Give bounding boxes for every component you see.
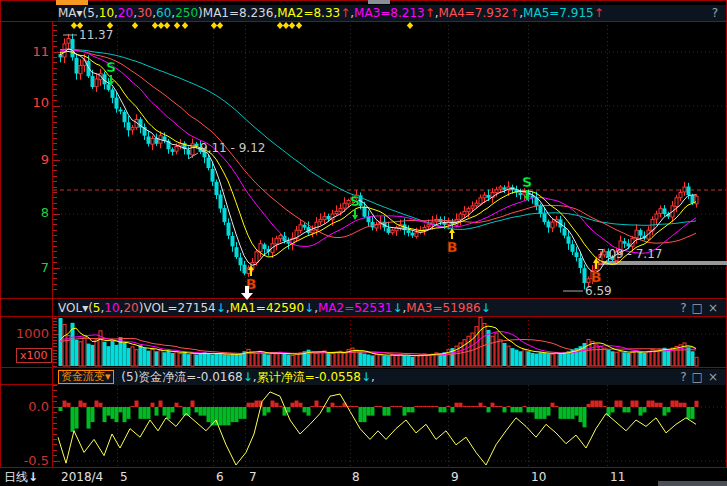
fundflow-header-corner: ?□× [677,369,720,385]
month-label: 6 [216,468,224,486]
y-axis-label: 11 [0,46,49,58]
fundflow-indicator-bar[interactable]: 资金流变▾ (5) 资金净流=-0.0168 ↓ ,累计净流=-0.0558 ↓… [58,369,726,385]
vol-header-corner: ?□× [677,300,720,316]
sb-markers: SSSBBB [106,59,601,292]
sell-marker: S [350,193,360,209]
scrollbar-fragment[interactable] [658,481,727,486]
ma-line [60,51,696,264]
header-token: MA5=7.915 [523,5,594,21]
header-token: MA3=8.213 [354,5,425,21]
ma-header-corner: ? [709,5,720,21]
header-token: VOL=27154 [143,300,215,316]
close-icon[interactable]: × [708,369,720,385]
header-token: ↓ [481,300,491,316]
header-token: 250 [175,5,198,21]
header-token: , [371,369,375,385]
help-icon[interactable]: ? [680,300,688,316]
svg-text:9.11 - 9.12: 9.11 - 9.12 [200,141,265,155]
help-icon[interactable]: ? [712,5,720,21]
header-token: ↓ [392,300,402,316]
fundflow-bars [59,401,699,432]
header-token: 资金净流=-0.0168 [138,369,242,385]
top-tab-orange[interactable] [56,0,88,5]
month-label: 10 [531,468,546,486]
chart-canvas[interactable]: SSSBBB11.379.11 - 9.127.09 - 7.176.59 [0,0,727,486]
sell-marker: S [106,59,116,75]
period-label: 日线 [4,470,28,484]
y-axis-label: 1000 [0,328,49,340]
header-token: 累计净流=-0.0558 [257,369,361,385]
header-token: 20 [118,5,133,21]
header-token: ↑ [425,5,435,21]
header-token: ↓ [216,300,226,316]
header-token: MA4=7.932 [439,5,510,21]
fundflow-dropdown[interactable]: 资金流变▾ [58,370,114,384]
header-token: 10 [104,300,119,316]
trading-app-window: SSSBBB11.379.11 - 9.127.09 - 7.176.59 MA… [0,0,727,486]
header-token: ↓ [243,369,253,385]
ma-line [60,49,696,273]
month-label: 9 [451,468,459,486]
svg-text:6.59: 6.59 [585,284,612,298]
svg-text:7.09 - 7.17: 7.09 - 7.17 [597,247,662,261]
month-label: 7 [249,468,257,486]
header-token[interactable]: VOL▾ [58,300,88,316]
help-icon[interactable]: ? [680,369,688,385]
fundflow-header-segments: (5) 资金净流=-0.0168 ↓ ,累计净流=-0.0558 ↓ , [121,369,375,385]
header-token: 60 [156,5,171,21]
header-token: ↓ [361,369,371,385]
header-token: MA1=8.236 [203,5,274,21]
month-label: 2018/4 [61,468,103,486]
sell-marker: S [522,174,532,190]
y-axis-label: 0.0 [0,401,49,413]
header-token: MA2=52531 [318,300,392,316]
header-token: MA1=42590 [230,300,304,316]
header-token: 5 [93,300,101,316]
price-annotations: 11.379.11 - 9.127.09 - 7.176.59 [63,28,662,298]
header-token: 20 [123,300,138,316]
volume-unit-label: x100 [16,348,52,363]
chevron-down-icon: ↓ [28,470,38,484]
vol-header-segments: VOL▾ (5,10,20) VOL=27154 ↓ ,MA1=42590 ↓ … [58,300,491,316]
volume-bars [59,317,699,366]
ma-header-segments: MA▾ (5,10,20,30,60,250) MA1=8.236,MA2=8.… [58,5,604,21]
header-token: 30 [137,5,152,21]
y-axis-label: 8 [0,207,49,219]
header-token[interactable]: MA▾ [58,5,83,21]
ma-line [60,50,696,254]
header-token: MA2=8.33 [277,5,340,21]
maximize-icon[interactable]: □ [692,300,705,316]
header-token: ↓ [304,300,314,316]
time-axis-bar: 日线↓ 2018/4567891011 [0,468,727,486]
header-token: (5) [121,369,138,385]
close-icon[interactable]: × [708,300,720,316]
y-axis-label: 9 [0,154,49,166]
header-token: ↑ [509,5,519,21]
month-label: 5 [120,468,128,486]
month-label: 8 [352,468,360,486]
top-tab-gray[interactable] [368,0,390,4]
month-label: 11 [610,468,625,486]
y-axis-label: 10 [0,97,49,109]
period-selector[interactable]: 日线↓ [0,468,57,486]
event-diamonds[interactable] [71,22,413,29]
header-token: MA3=51986 [406,300,480,316]
buy-marker: B [591,269,602,285]
svg-text:11.37: 11.37 [79,28,113,42]
header-token: ↑ [594,5,604,21]
y-axis-label: -0.5 [0,455,49,467]
y-axis-label: 7 [0,262,49,274]
header-token: ↑ [340,5,350,21]
header-token: 10 [99,5,114,21]
vol-indicator-bar[interactable]: VOL▾ (5,10,20) VOL=27154 ↓ ,MA1=42590 ↓ … [58,300,726,316]
header-token: 5 [87,5,95,21]
buy-marker: B [447,239,458,255]
ma-indicator-bar[interactable]: MA▾ (5,10,20,30,60,250) MA1=8.236,MA2=8.… [58,5,726,21]
maximize-icon[interactable]: □ [692,369,705,385]
